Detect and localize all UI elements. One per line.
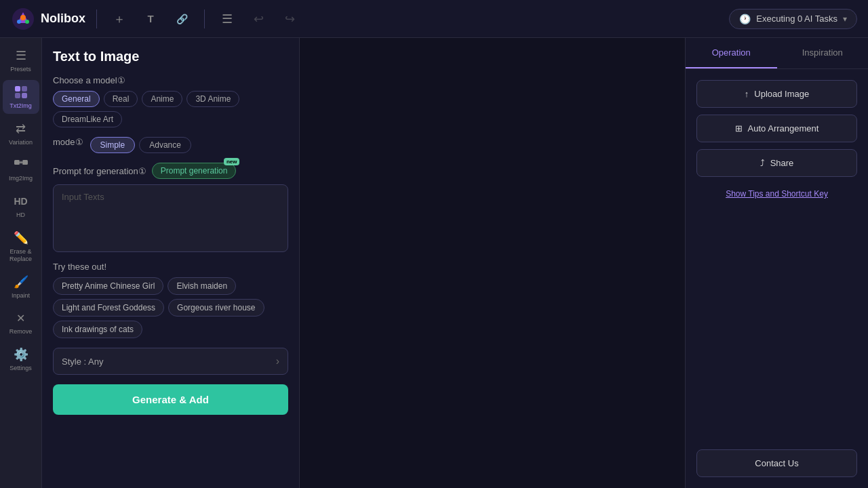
arrangement-icon: ⊞	[735, 123, 743, 134]
add-tool-button[interactable]: ＋	[108, 7, 131, 30]
menu-tool-button[interactable]: ☰	[216, 7, 239, 30]
chip-forest[interactable]: Light and Forest Goddess	[53, 299, 164, 317]
mode-simple-button[interactable]: Simple	[90, 137, 136, 153]
right-content: ↑ Upload Image ⊞ Auto Arrangement ⤴ Shar…	[686, 69, 868, 439]
model-tag-real[interactable]: Real	[104, 91, 138, 107]
sidebar-item-label: Txt2Img	[9, 102, 32, 110]
text-tool-button[interactable]: T	[139, 7, 162, 30]
new-badge: new	[224, 158, 240, 165]
sidebar-item-label: Img2Img	[9, 175, 33, 182]
prompt-row: Prompt for generation① Prompt generation…	[53, 163, 288, 179]
header-divider	[96, 9, 97, 28]
sidebar-item-label: Erase & Replace	[5, 248, 37, 263]
choose-model-label: Choose a model①	[53, 75, 288, 85]
header-right: 🕐 Executing 0 AI Tasks ▾	[729, 9, 857, 29]
ai-tasks-text: Executing 0 AI Tasks	[756, 14, 837, 24]
mode-row: mode① Simple Advance	[53, 137, 288, 153]
sidebar-item-label: Inpaint	[12, 292, 30, 300]
upload-label: Upload Image	[754, 89, 809, 99]
sidebar-item-img2img[interactable]: Img2Img	[3, 152, 39, 186]
svg-rect-10	[22, 160, 28, 165]
sidebar-item-settings[interactable]: ⚙️ Settings	[3, 342, 39, 376]
share-label: Share	[770, 158, 794, 168]
upload-icon: ↑	[745, 89, 749, 99]
logo-icon	[11, 7, 35, 31]
tab-operation[interactable]: Operation	[686, 38, 777, 68]
prompt-generation-button[interactable]: Prompt generation new	[152, 163, 237, 179]
variation-icon: ⇄	[13, 121, 29, 137]
sidebar-item-variation[interactable]: ⇄ Variation	[3, 117, 39, 150]
right-tabs: Operation Inspiration	[686, 38, 868, 69]
ai-chevron-icon: ▾	[843, 14, 847, 24]
left-panel: Text to Image Choose a model① General Re…	[42, 38, 300, 488]
svg-rect-6	[22, 86, 27, 92]
redo-button[interactable]: ↪	[278, 7, 301, 30]
main-canvas[interactable]	[300, 38, 685, 488]
txt2img-icon	[13, 84, 29, 100]
app-header: Nolibox ＋ T 🔗 ☰ ↩ ↪ 🕐 Executing 0 AI Tas…	[0, 0, 868, 38]
model-tag-dreamlike[interactable]: DreamLike Art	[53, 111, 122, 127]
right-panel: Operation Inspiration ↑ Upload Image ⊞ A…	[685, 38, 868, 488]
logo: Nolibox	[11, 7, 85, 31]
try-label: Try these out!	[53, 262, 288, 272]
contact-us-button[interactable]: Contact Us	[696, 449, 857, 477]
remove-icon: ✕	[13, 310, 29, 326]
chips-row: Pretty Anime Chinese Girl Elvish maiden …	[53, 277, 288, 338]
settings-icon: ⚙️	[13, 346, 29, 363]
svg-rect-9	[14, 160, 20, 165]
sidebar-item-presets[interactable]: ☰ Presets	[3, 43, 39, 77]
header-divider-2	[204, 9, 205, 28]
model-tag-anime[interactable]: Anime	[142, 91, 182, 107]
svg-point-4	[25, 20, 29, 24]
sidebar-item-label: HD	[16, 211, 25, 219]
svg-rect-8	[22, 93, 27, 98]
logo-text: Nolibox	[41, 12, 85, 26]
svg-point-2	[20, 15, 26, 20]
svg-point-3	[17, 20, 21, 24]
generate-button[interactable]: Generate & Add	[53, 384, 288, 415]
right-footer: Contact Us	[686, 439, 868, 488]
erase-icon: ✏️	[13, 230, 29, 246]
upload-image-button[interactable]: ↑ Upload Image	[696, 80, 857, 108]
chevron-right-icon: ›	[276, 355, 279, 367]
sidebar-item-label: Remove	[9, 328, 33, 336]
sidebar-item-inpaint[interactable]: 🖌️ Inpaint	[3, 270, 39, 304]
link-tool-button[interactable]: 🔗	[170, 7, 193, 30]
sidebar: ☰ Presets Txt2Img ⇄ Variation	[0, 38, 42, 488]
auto-arrangement-button[interactable]: ⊞ Auto Arrangement	[696, 115, 857, 142]
undo-button[interactable]: ↩	[247, 7, 270, 30]
hd-icon: HD	[13, 193, 29, 209]
svg-rect-5	[15, 86, 20, 92]
model-tag-general[interactable]: General	[53, 91, 100, 107]
sidebar-item-remove[interactable]: ✕ Remove	[3, 306, 39, 340]
model-tags-row: General Real Anime 3D Anime DreamLike Ar…	[53, 91, 288, 127]
sidebar-item-erase[interactable]: ✏️ Erase & Replace	[3, 226, 39, 267]
chip-elvish[interactable]: Elvish maiden	[167, 277, 236, 295]
prompt-label: Prompt for generation①	[53, 166, 146, 176]
share-button[interactable]: ⤴ Share	[696, 149, 857, 177]
clock-icon: 🕐	[739, 14, 751, 24]
sidebar-item-label: Presets	[10, 66, 31, 73]
inpaint-icon: 🖌️	[13, 274, 29, 290]
sidebar-item-txt2img[interactable]: Txt2Img	[3, 80, 39, 114]
share-icon: ⤴	[760, 158, 765, 168]
chip-river[interactable]: Gorgeous river house	[168, 299, 264, 317]
ai-tasks-indicator[interactable]: 🕐 Executing 0 AI Tasks ▾	[729, 9, 857, 29]
sidebar-item-hd[interactable]: HD HD	[3, 189, 39, 223]
chip-pretty-anime[interactable]: Pretty Anime Chinese Girl	[53, 277, 163, 295]
mode-advance-button[interactable]: Advance	[139, 137, 191, 153]
model-tag-3danime[interactable]: 3D Anime	[186, 91, 239, 107]
img2img-icon	[13, 157, 29, 173]
chip-cats[interactable]: Ink drawings of cats	[53, 321, 142, 338]
tab-inspiration[interactable]: Inspiration	[777, 38, 869, 68]
style-selector[interactable]: Style : Any ›	[53, 348, 288, 375]
prompt-input[interactable]	[53, 184, 288, 252]
show-tips-link[interactable]: Show Tips and Shortcut Key	[696, 184, 857, 204]
sidebar-item-label: Variation	[9, 139, 33, 146]
mode-label: mode①	[53, 137, 83, 153]
svg-rect-7	[15, 93, 20, 98]
page-title: Text to Image	[53, 49, 288, 64]
app-body: ☰ Presets Txt2Img ⇄ Variation	[0, 38, 868, 488]
presets-icon: ☰	[13, 47, 29, 64]
sidebar-item-label: Settings	[9, 365, 32, 372]
